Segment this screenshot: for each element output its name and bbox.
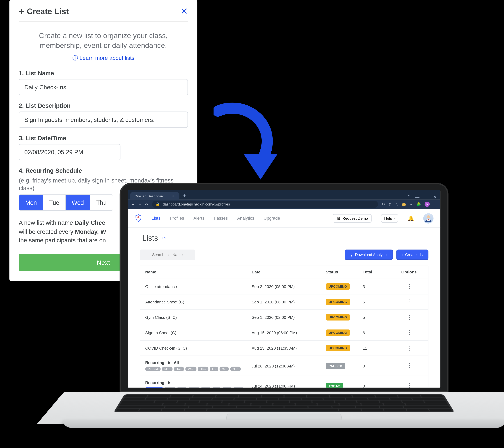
table-row[interactable]: Sign-in Sheet (C)Aug 15, 2020 (06:00 PM)… — [140, 325, 428, 341]
nav-lists[interactable]: Lists — [152, 216, 161, 221]
download-icon: ⭳ — [349, 253, 353, 257]
row-total: 6 — [363, 330, 395, 335]
modal-title: Create List — [27, 7, 69, 16]
row-total: 3 — [363, 284, 395, 289]
list-name-input[interactable] — [19, 79, 188, 95]
row-options-icon[interactable]: ⋮ — [395, 285, 423, 288]
row-total: 5 — [363, 315, 395, 320]
row-name: Office attendance — [145, 284, 252, 289]
puzzle-icon[interactable]: 🧩 — [416, 202, 421, 206]
row-date: Sep 1, 2020 (02:00 PM) — [252, 315, 326, 320]
chip-day: Mon — [162, 367, 173, 371]
row-date: Aug 15, 2020 (06:00 PM) — [252, 330, 326, 335]
help-dropdown[interactable]: Help ▾ — [381, 214, 398, 223]
request-demo-button[interactable]: 🗓 Request Demo — [333, 214, 372, 223]
table-row[interactable]: Recurring List AllPausedMonTueWedThuFriS… — [140, 356, 428, 376]
page-title: Lists — [142, 234, 158, 243]
row-name: Sign-in Sheet (C) — [145, 330, 252, 335]
row-options-icon[interactable]: ⋮ — [395, 316, 423, 318]
tab-close-icon[interactable]: ✕ — [172, 194, 175, 198]
status-badge: PAUSED — [326, 363, 345, 369]
row-date: Jul 26, 2020 (12:38 AM) — [252, 363, 326, 368]
profile-badge[interactable]: M — [425, 202, 430, 207]
table-row[interactable]: Gym Class (S, C)Sep 1, 2020 (02:00 PM)UP… — [140, 310, 428, 325]
row-date: Aug 13, 2020 (11:35 AM) — [252, 346, 326, 350]
calendar-icon: 🗓 — [337, 216, 341, 220]
chip-day: Wed — [188, 387, 199, 388]
day-tue[interactable]: Tue — [43, 195, 66, 210]
ext-icon-1[interactable]: ⬤ — [402, 202, 406, 206]
row-options-icon[interactable]: ⋮ — [395, 301, 423, 303]
table-row[interactable]: Attendance Sheet (C)Sep 1, 2020 (06:00 P… — [140, 294, 428, 310]
nav-alerts[interactable]: Alerts — [193, 216, 204, 221]
nav-analytics[interactable]: Analytics — [237, 216, 254, 221]
row-total: 5 — [363, 299, 395, 304]
window-max-icon[interactable]: ▢ — [425, 195, 429, 200]
avatar[interactable] — [423, 213, 433, 223]
chip-lead: Recurring — [145, 387, 163, 388]
new-tab-button[interactable]: + — [181, 193, 188, 200]
nav-fwd-icon[interactable]: → — [138, 202, 142, 206]
ext-icon-2[interactable]: ✦ — [410, 202, 413, 206]
chip-day: Tue — [177, 387, 187, 388]
close-icon[interactable]: ✕ — [180, 7, 188, 16]
list-datetime-label: 3. List Date/Time — [19, 135, 188, 141]
list-name-label: 1. List Name — [19, 70, 188, 76]
learn-more-link[interactable]: ⓘ Learn more about lists — [19, 54, 188, 62]
app-logo-icon[interactable] — [135, 213, 142, 223]
row-total: 11 — [363, 346, 395, 350]
url-field[interactable]: 🔒 dashboard.onetapcheckin.com/d#/profile… — [152, 201, 378, 208]
url-text: dashboard.onetapcheckin.com/d#/profiles — [163, 202, 230, 206]
row-name: Recurring List AllPausedMonTueWedThuFriS… — [145, 360, 252, 371]
info-icon: ⓘ — [72, 55, 78, 61]
row-name: Gym Class (S, C) — [145, 315, 252, 320]
browser-tab-strip: OneTap Dashboard ✕ + ˅ — ▢ ✕ — [128, 190, 440, 199]
upload-icon[interactable]: ⇪ — [388, 202, 392, 206]
refresh-icon[interactable]: ⟳ — [162, 236, 166, 241]
window-settings-icon[interactable]: ˅ — [408, 195, 410, 200]
app-header: ListsProfilesAlertsPassesAnalyticsUpgrad… — [128, 209, 440, 228]
chevron-down-icon: ▾ — [393, 216, 395, 220]
bell-icon[interactable]: 🔔 — [408, 215, 414, 221]
row-options-icon[interactable]: ⋮ — [395, 365, 423, 367]
keyboard-illustration — [114, 394, 454, 412]
nav-profiles[interactable]: Profiles — [170, 216, 184, 221]
svg-point-0 — [427, 215, 430, 218]
list-desc-label: 2. List Description — [19, 102, 188, 109]
row-options-icon[interactable]: ⋮ — [395, 347, 423, 349]
row-date: Jul 24, 2020 (11:00 PM) — [252, 384, 326, 388]
lock-icon: 🔒 — [156, 202, 160, 206]
table-row[interactable]: Recurring ListRecurringMonTueWedThuFriSa… — [140, 376, 428, 388]
nav-back-icon[interactable]: ← — [131, 202, 135, 206]
list-desc-input[interactable] — [19, 112, 188, 128]
chip-day: Fri — [212, 387, 221, 388]
download-analytics-button[interactable]: ⭳ Download Analytics — [345, 250, 393, 260]
day-mon[interactable]: Mon — [19, 195, 43, 210]
chip-day: Wed — [185, 367, 197, 371]
table-row[interactable]: Office attendanceSep 2, 2020 (05:00 PM)U… — [140, 279, 428, 294]
share-icon[interactable]: ⟲ — [381, 202, 385, 206]
window-min-icon[interactable]: — — [415, 195, 419, 200]
window-close-icon[interactable]: ✕ — [433, 195, 437, 200]
row-options-icon[interactable]: ⋮ — [395, 385, 423, 387]
lists-table: Name Date Status Total Options Office at… — [140, 265, 428, 388]
star-icon[interactable]: ☆ — [395, 202, 398, 206]
row-options-icon[interactable]: ⋮ — [395, 332, 423, 334]
chip-day: Mon — [164, 387, 175, 388]
status-badge: UPCOMING — [326, 299, 350, 305]
kebab-icon[interactable]: ⋮ — [433, 202, 437, 206]
chip-day: Sun — [233, 387, 244, 388]
create-list-button[interactable]: + Create List — [396, 250, 429, 260]
nav-passes[interactable]: Passes — [214, 216, 228, 221]
browser-tab[interactable]: OneTap Dashboard ✕ — [130, 192, 180, 200]
table-row[interactable]: COVID Check-in (S, C)Aug 13, 2020 (11:35… — [140, 341, 428, 356]
search-input[interactable] — [140, 250, 195, 260]
row-date: Sep 1, 2020 (06:00 PM) — [252, 299, 326, 304]
row-total: 0 — [363, 363, 395, 368]
status-badge: UPCOMING — [326, 345, 350, 351]
nav-reload-icon[interactable]: ⟳ — [145, 202, 149, 206]
row-name: COVID Check-in (S, C) — [145, 346, 252, 350]
nav-upgrade[interactable]: Upgrade — [264, 216, 280, 221]
window-controls: ˅ — ▢ ✕ — [408, 195, 440, 200]
list-datetime-input[interactable] — [19, 144, 120, 160]
